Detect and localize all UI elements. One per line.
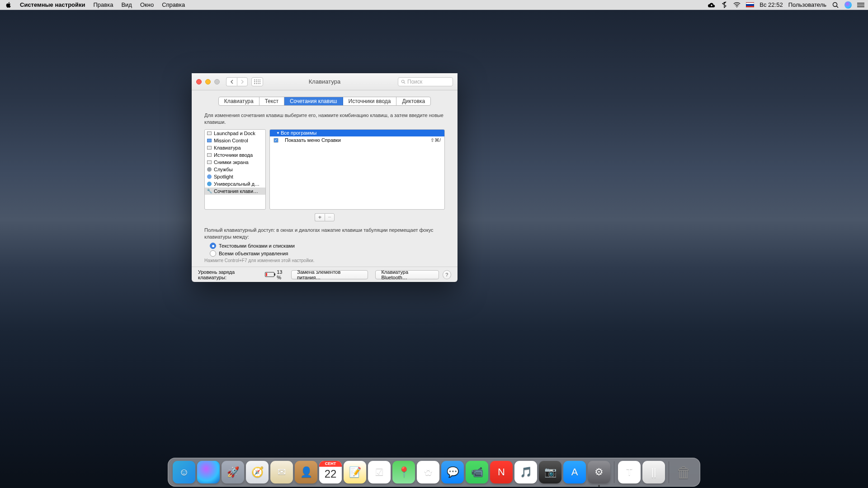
cloud-icon[interactable] [708, 1, 715, 9]
wifi-icon[interactable] [733, 1, 741, 9]
category-icon [207, 131, 212, 136]
category-icon [207, 160, 212, 165]
notification-center-icon[interactable] [857, 1, 864, 9]
clock[interactable]: Вс 22:52 [760, 1, 783, 8]
tab-1[interactable]: Текст [259, 97, 284, 105]
dock-reminders[interactable]: ☑ [368, 461, 391, 483]
window-body: Для изменения сочетания клавиш выберите … [192, 112, 458, 263]
apple-logo-icon[interactable] [5, 2, 12, 8]
help-button[interactable]: ? [443, 270, 451, 279]
checkbox[interactable]: ✓ [274, 138, 278, 143]
menu-view[interactable]: Вид [117, 1, 136, 8]
radio-text-only[interactable]: Текстовыми блоками и списками [210, 243, 445, 249]
nav-buttons [226, 77, 248, 86]
category-item[interactable]: Клавиатура [205, 144, 265, 151]
dock-launchpad[interactable]: 🚀 [222, 461, 244, 483]
category-label: Службы [214, 167, 233, 172]
dock-parallels[interactable]: || [642, 461, 665, 483]
zoom-button [214, 79, 220, 84]
dock-separator [669, 461, 669, 483]
battery-icon [265, 272, 274, 277]
category-label: Источники ввода [214, 152, 253, 158]
category-item[interactable]: Универсальный д… [205, 180, 265, 188]
input-source-flag-icon[interactable] [746, 2, 754, 8]
dock-maps[interactable]: 📍 [392, 461, 415, 483]
show-all-button[interactable] [251, 77, 263, 86]
dock-appstore[interactable]: A [563, 461, 586, 483]
close-button[interactable] [196, 79, 202, 84]
svg-line-3 [837, 6, 839, 8]
category-item[interactable]: Источники ввода [205, 151, 265, 159]
add-button[interactable]: + [315, 213, 325, 221]
bluetooth-keyboard-button[interactable]: Клавиатура Bluetooth… [375, 270, 439, 279]
siri-icon[interactable] [844, 1, 852, 9]
category-item[interactable]: 🔧Сочетания клави… [205, 188, 265, 195]
back-button[interactable] [226, 77, 237, 86]
dock-siri[interactable] [197, 461, 220, 483]
shortcut-group-header[interactable]: ▼Все программы [270, 130, 444, 136]
dock-safari[interactable]: 🧭 [246, 461, 269, 483]
window-footer: Уровень заряда клавиатуры: 13 % Замена э… [192, 267, 458, 282]
svg-point-1 [736, 7, 737, 8]
dock-facetime[interactable]: 📹 [466, 461, 488, 483]
dock-finder[interactable]: ☺ [173, 461, 195, 483]
tab-3[interactable]: Источники ввода [343, 97, 397, 105]
dock-photobooth[interactable]: 📷 [539, 461, 561, 483]
category-item[interactable]: Службы [205, 166, 265, 173]
svg-point-2 [833, 2, 837, 6]
dock-news[interactable]: N [490, 461, 513, 483]
keyboard-access-text: Полный клавиатурный доступ: в окнах и ди… [204, 227, 445, 240]
instruction-text: Для изменения сочетания клавиш выберите … [204, 112, 445, 126]
radio-all-controls[interactable]: Всеми объектами управления [210, 250, 445, 257]
traffic-lights [196, 79, 220, 84]
shortcut-keys: ⇧⌘/ [430, 137, 441, 143]
menu-window[interactable]: Окно [136, 1, 158, 8]
dock-contacts[interactable]: 👤 [295, 461, 317, 483]
dock-itunes[interactable]: 🎵 [514, 461, 537, 483]
category-item[interactable]: Launchpad и Dock [205, 130, 265, 137]
category-item[interactable]: Снимки экрана [205, 159, 265, 166]
dock-photos[interactable]: ✿ [417, 461, 439, 483]
dock-mail[interactable]: ✉ [270, 461, 293, 483]
app-menu[interactable]: Системные настройки [16, 1, 90, 8]
search-placeholder: Поиск [407, 79, 422, 85]
replace-batteries-button[interactable]: Замена элементов питания… [291, 270, 368, 279]
minimize-button[interactable] [205, 79, 211, 84]
shortcut-list[interactable]: ▼Все программы ✓Показать меню Справки⇧⌘/ [269, 129, 445, 210]
tab-4[interactable]: Диктовка [396, 97, 430, 105]
search-icon [401, 80, 406, 84]
dock-trash[interactable]: 🗑 [673, 461, 695, 483]
menu-help[interactable]: Справка [158, 1, 189, 8]
dock-preferences[interactable]: ⚙ [588, 461, 610, 483]
category-icon [207, 145, 212, 150]
forward-button[interactable] [237, 77, 248, 86]
shortcut-label: Показать меню Справки [285, 137, 430, 143]
system-preferences-window: Клавиатура Поиск КлавиатураТекстСочетани… [192, 73, 458, 282]
menu-edit[interactable]: Правка [90, 1, 118, 8]
spotlight-icon[interactable] [832, 1, 839, 9]
dock-textedit[interactable]: T [618, 461, 641, 483]
category-label: Launchpad и Dock [214, 131, 255, 136]
category-icon [207, 174, 212, 179]
dock-calendar[interactable]: СЕНТ22 [319, 461, 342, 483]
keyboard-access-radios: Текстовыми блоками и списками Всеми объе… [204, 243, 445, 257]
dock: ☺🚀🧭✉👤СЕНТ22📝☑📍✿💬📹N🎵📷A⚙T||🗑 [168, 458, 700, 487]
shortcut-row[interactable]: ✓Показать меню Справки⇧⌘/ [270, 136, 444, 144]
search-input[interactable]: Поиск [398, 77, 453, 86]
svg-line-8 [404, 82, 406, 84]
group-header-label: Все программы [281, 130, 316, 136]
category-item[interactable]: Spotlight [205, 173, 265, 180]
tab-2[interactable]: Сочетания клавиш [284, 97, 343, 105]
menubar-left: Системные настройки Правка Вид Окно Спра… [4, 1, 189, 8]
category-list[interactable]: Launchpad и DockMission ControlКлавиатур… [204, 129, 266, 210]
tab-0[interactable]: Клавиатура [219, 97, 259, 105]
category-label: Mission Control [214, 138, 248, 143]
user-menu[interactable]: Пользователь [788, 1, 826, 8]
category-icon [207, 181, 212, 187]
category-item[interactable]: Mission Control [205, 137, 265, 144]
radio-icon [210, 243, 216, 249]
dock-messages[interactable]: 💬 [441, 461, 464, 483]
dock-notes[interactable]: 📝 [344, 461, 366, 483]
category-label: Spotlight [214, 174, 233, 179]
bluetooth-icon[interactable] [721, 1, 728, 9]
